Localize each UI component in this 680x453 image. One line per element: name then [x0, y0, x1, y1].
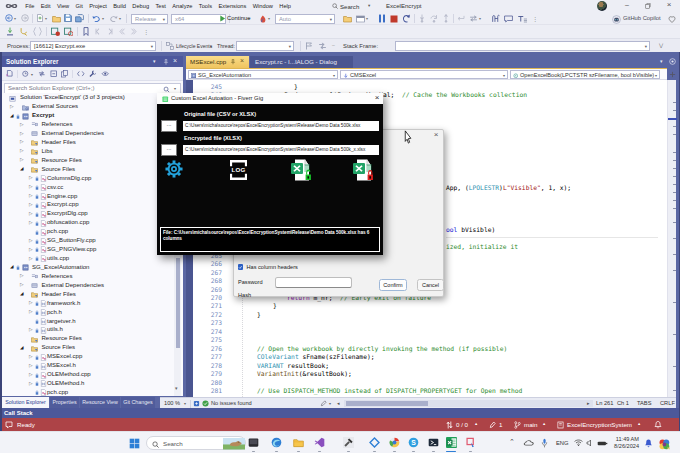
minimize-button[interactable]: – — [620, 0, 634, 11]
panel-close-icon[interactable]: × — [173, 56, 177, 66]
menu-test[interactable]: Test — [152, 0, 169, 12]
avatar[interactable] — [597, 1, 607, 11]
new-file-icon[interactable] — [36, 14, 44, 22]
menu-extensions[interactable]: Extensions — [215, 0, 249, 12]
threads-icon[interactable] — [491, 14, 500, 23]
show-threads-icon[interactable] — [318, 42, 327, 50]
tree-item-engine-cpp[interactable]: ▷Engine.cpp — [2, 192, 183, 201]
continue-button[interactable]: Continue▾ — [217, 13, 255, 24]
tree-item-sg-excelautomation[interactable]: ◢SG_ExcelAutomation — [2, 263, 183, 272]
repo-name[interactable]: ExcelEncryptionSystem — [567, 421, 632, 428]
menu-help[interactable]: Help — [276, 0, 294, 12]
show-next-statement-icon[interactable] — [20, 27, 29, 36]
app-skype-icon[interactable]: S — [408, 437, 419, 448]
tray-chevron-icon[interactable]: ⌃ — [509, 438, 515, 446]
branch-name[interactable]: main — [524, 421, 537, 428]
zoom-caret[interactable]: ▾ — [184, 401, 186, 406]
tree-item-columnsdlg-cpp[interactable]: ▷ColumnsDlg.cpp — [2, 174, 183, 183]
prev-bookmark-folder-icon[interactable] — [118, 27, 126, 36]
expand-arrow-icon[interactable]: ▷ — [20, 282, 24, 287]
undo-icon[interactable] — [92, 15, 101, 23]
expand-arrow-icon[interactable]: ▷ — [29, 372, 33, 377]
expand-arrow-icon[interactable]: ▷ — [20, 148, 24, 153]
pencil-icon[interactable] — [320, 400, 327, 407]
properties-icon[interactable] — [89, 70, 97, 78]
tool-tab-git-changes[interactable]: Git Changes — [121, 397, 155, 408]
expand-arrow-icon[interactable]: ▷ — [29, 327, 33, 332]
pin-icon[interactable] — [230, 59, 236, 65]
zoom-level[interactable]: 100 % — [164, 400, 180, 406]
windows-start-icon[interactable] — [129, 438, 140, 449]
step-into-icon[interactable] — [418, 14, 426, 23]
view-code-icon[interactable] — [77, 70, 85, 78]
expand-arrow-icon[interactable]: ▷ — [29, 220, 33, 225]
menu-window[interactable]: Window — [250, 0, 277, 12]
expand-arrow-icon[interactable]: ▷ — [29, 300, 33, 305]
tree-item-resource-files[interactable]: Resource Files — [2, 335, 183, 344]
expand-arrow-icon[interactable]: ▷ — [20, 273, 24, 278]
step-over-icon[interactable] — [430, 14, 438, 23]
break-all-icon[interactable] — [378, 14, 386, 23]
collapse-arrow-icon[interactable]: ◢ — [10, 264, 14, 269]
tool-tab-properties[interactable]: Properties — [50, 397, 79, 408]
comment-icon[interactable] — [504, 15, 513, 23]
window-icon[interactable] — [356, 15, 365, 23]
hscroll-thumb[interactable] — [346, 401, 428, 406]
tree-item-resource-files[interactable]: ▷Resource Files — [2, 156, 183, 165]
expand-arrow-icon[interactable]: ▷ — [29, 381, 33, 386]
tree-item-references[interactable]: ▷References — [2, 120, 183, 129]
log-icon[interactable]: LOG — [230, 160, 247, 180]
tree-item-olemethod-h[interactable]: ▷OLEMethod.h — [2, 379, 183, 388]
tree-item-references[interactable]: ▷References — [2, 272, 183, 281]
expand-arrow-icon[interactable]: ▷ — [29, 211, 33, 216]
tree-item-targetver-h[interactable]: targetver.h — [2, 317, 183, 326]
tray-language[interactable]: ENG — [556, 440, 569, 446]
app-chrome-icon[interactable] — [389, 437, 400, 448]
tab-close-icon[interactable]: × — [240, 56, 244, 67]
hscroll-right-arrow[interactable]: ▸ — [587, 400, 590, 406]
show-all-files-icon[interactable] — [61, 70, 69, 78]
bookmark-icon[interactable] — [82, 27, 90, 36]
switch-views-icon[interactable] — [6, 70, 14, 78]
menu-git[interactable]: Git — [72, 0, 86, 12]
pin-icon[interactable] — [163, 59, 169, 65]
search-icon[interactable] — [163, 86, 170, 93]
health-indicator-icon[interactable] — [193, 400, 200, 407]
open-folder-icon[interactable] — [52, 15, 61, 23]
expand-arrow-icon[interactable]: ▷ — [29, 363, 33, 368]
editor-scrollbar[interactable] — [667, 80, 676, 397]
tree-item-pch-h[interactable]: ▷pch.h — [2, 308, 183, 317]
expand-arrow-icon[interactable]: ▷ — [29, 193, 33, 198]
tree-item-olemethod-cpp[interactable]: ▷OLEMethod.cpp — [2, 370, 183, 379]
auto-dropdown[interactable]: Auto▾ — [275, 14, 335, 24]
tab-list-caret[interactable]: ▾ — [660, 58, 663, 64]
next-bookmark-folder-icon[interactable] — [130, 27, 138, 36]
expand-arrow-icon[interactable]: ▷ — [29, 184, 33, 189]
tree-item-sg-pngview-cpp[interactable]: ▷SG_PNGView.cpp — [2, 245, 183, 254]
expand-arrow-icon[interactable]: ▷ — [29, 238, 33, 243]
show-output-icon[interactable] — [6, 27, 14, 36]
tree-item-external-dependencies[interactable]: ▷External Dependencies — [2, 129, 183, 138]
tree-item-msexcel-h[interactable]: ▷MSExcel.h — [2, 361, 183, 370]
promote-tab-icon[interactable] — [669, 58, 676, 65]
tree-item-header-files[interactable]: ▷Header Files — [2, 138, 183, 147]
tree-item-msexcel-cpp[interactable]: ▷MSExcel.cpp — [2, 352, 183, 361]
save-all-icon[interactable] — [75, 14, 84, 23]
cancel-button[interactable]: Cancel — [417, 279, 444, 291]
edits-count[interactable]: 1 — [499, 421, 502, 428]
nav-project-dropdown[interactable]: SG_ExcelAutomation▾ — [188, 70, 338, 79]
nav-class-dropdown[interactable]: CMSExcel▾ — [340, 70, 508, 79]
tree-item-source-files[interactable]: ◢Source Files — [2, 165, 183, 174]
tree-scrollbar-thumb[interactable] — [176, 258, 180, 348]
lifecycle-events-label[interactable]: Lifecycle Events — [176, 43, 212, 49]
tree-item-external-dependencies[interactable]: ▷External Dependencies — [2, 281, 183, 290]
call-stack-label[interactable]: Call Stack — [4, 408, 33, 418]
preview-icon[interactable] — [101, 70, 110, 78]
lifecycle-icon[interactable] — [166, 42, 174, 50]
add-member-icon[interactable] — [669, 71, 676, 78]
save-icon[interactable] — [64, 14, 72, 22]
tab-excrypt-rc[interactable]: Excrypt.rc - I...IALOG - Dialog — [250, 56, 353, 68]
app-powershell-icon[interactable] — [428, 437, 439, 448]
close-button[interactable]: × — [662, 0, 676, 11]
speaker-icon[interactable] — [586, 439, 594, 447]
